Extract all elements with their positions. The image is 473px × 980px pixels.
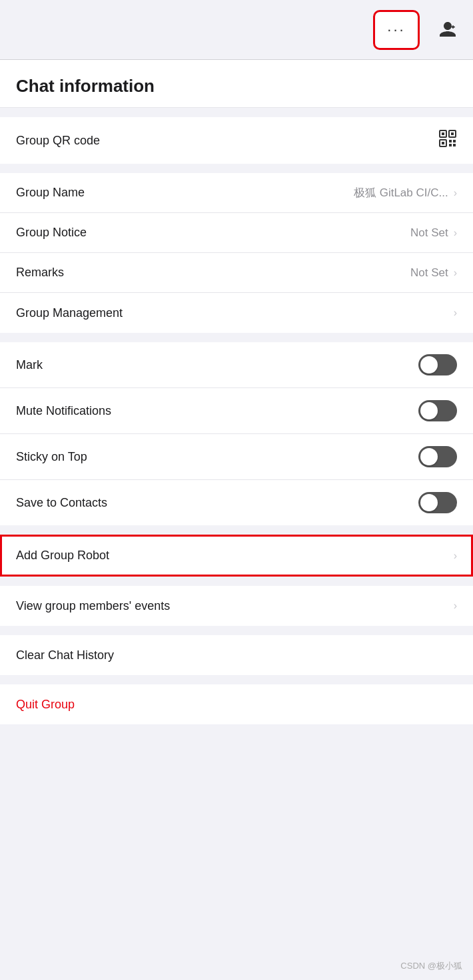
group-qr: Group QR code: [0, 117, 473, 164]
group-members-events: View group members' events ›: [0, 586, 473, 626]
row-sticky-on-top[interactable]: Sticky on Top: [0, 434, 473, 480]
row-view-members-events[interactable]: View group members' events ›: [0, 586, 473, 626]
row-clear-chat-history[interactable]: Clear Chat History: [0, 635, 473, 675]
group-notice-right: Not Set ›: [410, 226, 457, 240]
svg-rect-3: [451, 132, 454, 135]
group-quit: Quit Group: [0, 684, 473, 724]
mark-toggle[interactable]: [418, 354, 457, 375]
add-robot-label: Add Group Robot: [16, 549, 109, 563]
mark-label: Mark: [16, 358, 43, 372]
remarks-value: Not Set: [410, 266, 448, 280]
section-header: Chat information: [0, 60, 473, 108]
mute-toggle[interactable]: [418, 400, 457, 421]
remarks-label: Remarks: [16, 266, 64, 280]
group-toggles: Mark Mute Notifications Sticky on Top Sa…: [0, 342, 473, 525]
group-divider-4: [0, 525, 473, 535]
row-group-name[interactable]: Group Name 极狐 GitLab CI/C... ›: [0, 173, 473, 213]
add-robot-right: ›: [454, 550, 457, 562]
group-management-right: ›: [454, 307, 457, 319]
save-contacts-toggle[interactable]: [418, 492, 457, 513]
add-person-icon: [436, 21, 456, 39]
qr-code-label: Group QR code: [16, 134, 100, 148]
mute-label: Mute Notifications: [16, 404, 111, 418]
more-button[interactable]: ···: [373, 10, 420, 50]
svg-rect-1: [442, 132, 444, 135]
row-qr-code[interactable]: Group QR code: [0, 117, 473, 164]
remarks-right: Not Set ›: [410, 266, 457, 280]
watermark: CSDN @极小狐: [400, 960, 462, 972]
group-divider-6: [0, 626, 473, 635]
svg-rect-7: [453, 140, 456, 142]
row-add-group-robot[interactable]: Add Group Robot ›: [0, 535, 473, 577]
svg-rect-8: [449, 144, 452, 146]
svg-rect-5: [442, 142, 444, 144]
group-clear-history: Clear Chat History: [0, 635, 473, 675]
group-robot: Add Group Robot ›: [0, 535, 473, 577]
view-members-label: View group members' events: [16, 599, 170, 613]
group-info: Group Name 极狐 GitLab CI/C... › Group Not…: [0, 173, 473, 333]
group-divider-7: [0, 675, 473, 684]
row-remarks[interactable]: Remarks Not Set ›: [0, 253, 473, 293]
add-robot-chevron: ›: [454, 550, 457, 562]
save-contacts-label: Save to Contacts: [16, 496, 107, 510]
quit-group-label: Quit Group: [16, 698, 75, 712]
group-notice-chevron: ›: [454, 227, 457, 239]
group-name-value: 极狐 GitLab CI/C...: [354, 185, 448, 200]
row-group-notice[interactable]: Group Notice Not Set ›: [0, 213, 473, 253]
group-name-label: Group Name: [16, 186, 85, 200]
main-content: Chat information Group QR code: [0, 60, 473, 744]
clear-history-label: Clear Chat History: [16, 648, 114, 662]
top-bar: ···: [0, 0, 473, 60]
row-mute-notifications[interactable]: Mute Notifications: [0, 388, 473, 434]
group-divider-1: [0, 108, 473, 117]
view-members-right: ›: [454, 600, 457, 612]
group-notice-value: Not Set: [410, 226, 448, 240]
more-dots-label: ···: [387, 21, 405, 39]
row-group-management[interactable]: Group Management ›: [0, 293, 473, 333]
group-notice-label: Group Notice: [16, 226, 87, 240]
group-name-chevron: ›: [454, 187, 457, 199]
group-management-chevron: ›: [454, 307, 457, 319]
row-mark[interactable]: Mark: [0, 342, 473, 388]
group-divider-5: [0, 577, 473, 586]
svg-rect-9: [453, 144, 456, 146]
qr-icon: [438, 129, 457, 152]
bottom-spacer: [0, 724, 473, 744]
group-divider-2: [0, 164, 473, 173]
group-name-right: 极狐 GitLab CI/C... ›: [354, 185, 457, 200]
page-title: Chat information: [16, 76, 457, 97]
svg-rect-6: [449, 140, 452, 142]
add-person-button[interactable]: [432, 16, 460, 44]
remarks-chevron: ›: [454, 267, 457, 279]
sticky-label: Sticky on Top: [16, 450, 87, 464]
sticky-toggle[interactable]: [418, 446, 457, 467]
row-save-to-contacts[interactable]: Save to Contacts: [0, 480, 473, 525]
group-divider-3: [0, 333, 473, 342]
row-quit-group[interactable]: Quit Group: [0, 684, 473, 724]
view-members-chevron: ›: [454, 600, 457, 612]
group-management-label: Group Management: [16, 306, 123, 320]
